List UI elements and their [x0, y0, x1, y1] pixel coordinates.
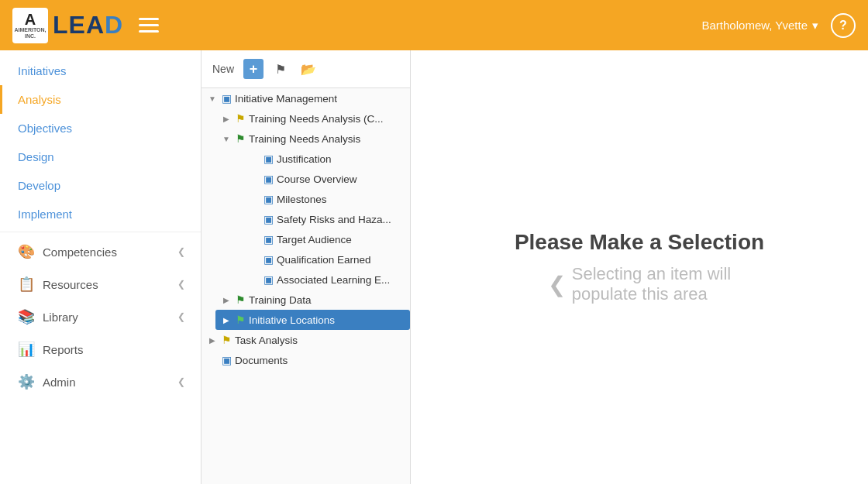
folder-button[interactable]: 📂	[298, 58, 319, 80]
sidebar-item-design[interactable]: Design	[0, 142, 201, 171]
content-area: New + ⚑ 📂 ▼ ▣ Initiative Management	[202, 50, 868, 484]
tree-panel: New + ⚑ 📂 ▼ ▣ Initiative Management	[202, 50, 411, 484]
sidebar-label-reports: Reports	[43, 343, 84, 356]
sidebar-label-resources: Resources	[43, 278, 98, 291]
tree-node-task-analysis: ▶ ⚑ Task Analysis	[202, 330, 410, 350]
competencies-icon: 🎨	[18, 243, 35, 260]
tree-label-justification: Justification	[277, 153, 405, 165]
sidebar-item-objectives[interactable]: Objectives	[0, 114, 201, 142]
sidebar-label-implement: Implement	[18, 208, 72, 221]
main-layout: Initiatives Analysis Objectives Design D…	[0, 50, 868, 484]
logo-a-letter: A	[25, 12, 36, 27]
admin-arrow-icon: ❮	[177, 376, 185, 387]
doc-icon-safety-risks: ▣	[264, 213, 274, 225]
tree-row-safety-risks[interactable]: ▣ Safety Risks and Haza...	[243, 209, 410, 229]
tree-row-training-data[interactable]: ▶ ⚑ Training Data	[215, 290, 410, 310]
sidebar-item-implement[interactable]: Implement	[0, 200, 201, 228]
sidebar-item-reports[interactable]: 📊 Reports	[0, 333, 201, 366]
tree-label-tna-old: Training Needs Analysis (C...	[249, 113, 405, 125]
expander-initiative-locations[interactable]: ▶	[220, 314, 232, 326]
expander-documents	[206, 354, 219, 366]
sidebar-label-objectives: Objectives	[18, 122, 72, 135]
sidebar-label-admin: Admin	[43, 376, 76, 389]
tree-label-qualification-earned: Qualification Earned	[277, 254, 405, 266]
sidebar-label-analysis: Analysis	[18, 93, 61, 106]
doc-icon-associated-learning: ▣	[264, 273, 274, 286]
library-icon: 📚	[18, 308, 35, 325]
tree-row-tna-main[interactable]: ▼ ⚑ Training Needs Analysis	[215, 129, 410, 149]
expander-placeholder-4	[248, 213, 260, 225]
tree-label-initiative-locations: Initiative Locations	[249, 314, 405, 326]
sidebar-divider-1	[0, 232, 201, 232]
tree-children-l1: ▶ ⚑ Training Needs Analysis (C... ▼ ⚑ Tr…	[202, 108, 410, 330]
flag-icon: ⚑	[275, 62, 286, 77]
expander-placeholder-7	[248, 273, 260, 286]
expander-placeholder-3	[248, 193, 260, 205]
sidebar-item-competencies[interactable]: 🎨 Competencies ❮	[0, 235, 201, 268]
flag-icon-task-analysis: ⚑	[222, 334, 232, 346]
logo-brand-text: L E A D	[53, 11, 123, 39]
tree-row-justification[interactable]: ▣ Justification	[243, 149, 410, 169]
header-right: Bartholomew, Yvette ▾ ?	[702, 13, 856, 38]
tree-node-initiative-mgmt: ▼ ▣ Initiative Management ▶ ⚑ Training N…	[202, 88, 410, 330]
tree-row-associated-learning[interactable]: ▣ Associated Learning E...	[243, 269, 410, 290]
header-left: A AIMERITON, INC. L E A D	[12, 8, 162, 43]
flag-icon-tna-main: ⚑	[236, 132, 246, 145]
library-arrow-icon: ❮	[177, 311, 185, 322]
tree-row-qualification-earned[interactable]: ▣ Qualification Earned	[243, 249, 410, 269]
doc-icon-documents: ▣	[222, 354, 232, 366]
flag-button[interactable]: ⚑	[270, 58, 291, 80]
main-subtitle-text: Selecting an item will populate this are…	[572, 264, 731, 304]
expander-tna-old[interactable]: ▶	[220, 112, 232, 125]
sidebar-item-initiatives[interactable]: Initiatives	[0, 57, 201, 85]
help-button[interactable]: ?	[831, 13, 856, 38]
sidebar-item-develop[interactable]: Develop	[0, 171, 201, 200]
app-header: A AIMERITON, INC. L E A D Bartholomew, Y…	[0, 0, 868, 50]
tree-row-documents[interactable]: ▣ Documents	[202, 350, 410, 370]
logo-subtext: AIMERITON, INC.	[12, 27, 48, 39]
tree-row-task-analysis[interactable]: ▶ ⚑ Task Analysis	[202, 330, 410, 350]
hamburger-icon	[139, 18, 159, 33]
new-label: New	[212, 63, 234, 75]
doc-icon-initiative-mgmt: ▣	[222, 92, 232, 105]
main-subtitle-line1: Selecting an item will	[572, 264, 731, 283]
resources-icon: 📋	[18, 276, 35, 293]
sidebar-item-admin[interactable]: ⚙️ Admin ❮	[0, 366, 201, 398]
sidebar-item-resources[interactable]: 📋 Resources ❮	[0, 268, 201, 300]
tree-row-tna-old[interactable]: ▶ ⚑ Training Needs Analysis (C...	[215, 108, 410, 129]
add-new-button[interactable]: +	[243, 59, 264, 79]
doc-icon-course-overview: ▣	[264, 173, 274, 185]
flag-icon-initiative-locations: ⚑	[236, 314, 246, 326]
expander-training-data[interactable]: ▶	[220, 293, 232, 306]
sidebar: Initiatives Analysis Objectives Design D…	[0, 50, 202, 484]
user-dropdown-arrow: ▾	[812, 19, 818, 33]
flag-icon-training-data: ⚑	[236, 293, 246, 306]
tree-toolbar: New + ⚑ 📂	[202, 50, 410, 88]
tree-scroll: ▼ ▣ Initiative Management ▶ ⚑ Training N…	[202, 88, 410, 484]
tree-label-tna-main: Training Needs Analysis	[249, 133, 405, 145]
tree-row-initiative-locations[interactable]: ▶ ⚑ Initiative Locations	[215, 310, 410, 330]
main-content-area: Please Make a Selection ❮ Selecting an i…	[411, 50, 868, 484]
tree-row-target-audience[interactable]: ▣ Target Audience	[243, 229, 410, 249]
tree-label-initiative-mgmt: Initiative Management	[235, 93, 405, 105]
user-menu[interactable]: Bartholomew, Yvette ▾	[702, 19, 818, 33]
sidebar-item-library[interactable]: 📚 Library ❮	[0, 300, 201, 333]
doc-icon-target-audience: ▣	[264, 233, 274, 245]
flag-icon-tna-old: ⚑	[236, 112, 246, 125]
expander-placeholder-1	[248, 153, 260, 165]
doc-icon-milestones: ▣	[264, 193, 274, 205]
tree-row-course-overview[interactable]: ▣ Course Overview	[243, 169, 410, 189]
tree-row-initiative-mgmt[interactable]: ▼ ▣ Initiative Management	[202, 88, 410, 108]
user-name: Bartholomew, Yvette	[702, 19, 808, 32]
tree-row-milestones[interactable]: ▣ Milestones	[243, 189, 410, 209]
sidebar-item-analysis[interactable]: Analysis	[0, 85, 201, 114]
hamburger-button[interactable]	[136, 15, 162, 36]
expander-initiative-mgmt[interactable]: ▼	[206, 92, 219, 105]
tree-label-task-analysis: Task Analysis	[235, 335, 405, 346]
sidebar-label-library: Library	[43, 311, 78, 324]
expander-placeholder-5	[248, 233, 260, 245]
expander-tna-main[interactable]: ▼	[220, 132, 232, 145]
tree-label-target-audience: Target Audience	[277, 234, 405, 245]
expander-task-analysis[interactable]: ▶	[206, 334, 219, 346]
tree-children-l2: ▣ Justification ▣ Course Overview ▣	[215, 149, 410, 290]
